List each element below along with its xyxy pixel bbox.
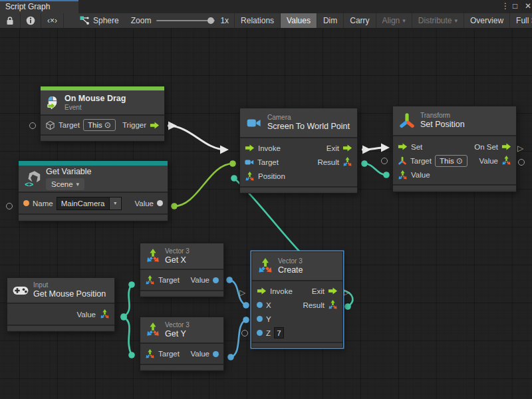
available-port-circle[interactable] (6, 203, 13, 209)
available-port-triangle[interactable]: ▷ (239, 289, 245, 297)
vector3-output-port[interactable] (100, 309, 110, 319)
wire-endpoint (361, 160, 368, 167)
float-input-port-y[interactable] (257, 316, 263, 322)
available-port-circle[interactable] (518, 159, 525, 166)
this-label: This (440, 157, 454, 165)
string-input-port[interactable] (23, 200, 29, 206)
info-icon (26, 16, 35, 25)
wire-arrowhead (220, 146, 229, 154)
gamepad-icon (13, 285, 29, 296)
transform-port-icon[interactable] (398, 156, 407, 166)
vector3-output-port[interactable] (342, 157, 352, 167)
vector3-input-port[interactable] (145, 275, 155, 285)
float-input-port-x[interactable] (257, 302, 263, 308)
wire-endpoint (128, 281, 135, 288)
variable-name-value: MainCamera (57, 197, 110, 210)
toolbar-button-fullscreen[interactable]: Full Screen (510, 13, 532, 28)
vector3-output-port[interactable] (328, 300, 338, 310)
float-output-port[interactable] (213, 351, 219, 357)
node-get-y[interactable]: Vector 3 Get Y Target Value (140, 317, 224, 371)
port-label-on-set: On Set (474, 143, 498, 151)
node-title: Screen To World Point (267, 122, 350, 132)
breadcrumb[interactable]: Sphere (64, 13, 126, 28)
available-port-triangle[interactable]: ▷ (344, 288, 350, 296)
zoom-slider[interactable] (156, 20, 215, 21)
node-vector3-create[interactable]: Vector 3 Create Invoke Exit X Result (251, 251, 343, 348)
wire-endpoint (227, 354, 234, 360)
available-port-circle[interactable] (29, 122, 36, 129)
camera-port-icon[interactable] (245, 158, 254, 167)
flow-output-port[interactable] (150, 120, 160, 130)
flow-output-port[interactable] (501, 142, 511, 152)
toolbar-button-overview[interactable]: Overview (464, 13, 510, 28)
node-get-mouse-position[interactable]: Input Get Mouse Position Value (7, 277, 115, 332)
vector3-input-port[interactable] (398, 170, 408, 180)
flow-output-port[interactable] (328, 286, 338, 296)
node-title: On Mouse Drag (65, 94, 126, 104)
window-close-icon[interactable]: ✕ (525, 1, 531, 11)
node-screen-to-world-point[interactable]: Camera Screen To World Point Invoke Exit… (239, 108, 358, 194)
node-subtitle: Event (65, 104, 126, 112)
zoom-slider-handle[interactable] (207, 17, 214, 24)
port-label-set: Set (411, 143, 422, 151)
vector3-input-port[interactable] (145, 349, 155, 359)
wire-Get Mouse Position.Value->Get Y.Target (124, 317, 132, 355)
port-label-name: Name (33, 200, 53, 207)
wire-On Mouse Drag.Trigger->Screen To World Point.Invoke (168, 126, 226, 150)
z-value-field[interactable]: 7 (274, 327, 284, 338)
scope-label: Scene (51, 180, 73, 188)
wire-Screen To World Point.Result->Set Position.Value (364, 164, 386, 175)
vector3-icon (257, 258, 273, 274)
graph-canvas[interactable]: On Mouse Drag Event Target This ⊙ (0, 29, 532, 399)
breadcrumb-label: Sphere (93, 16, 119, 25)
available-port-triangle[interactable]: ▷ (517, 144, 523, 152)
target-this-button[interactable]: This ⊙ (435, 155, 467, 167)
code-icon: ‹×› (47, 16, 57, 25)
variable-icon (24, 170, 41, 188)
port-label-value: Value (76, 311, 96, 319)
vector3-input-port[interactable] (245, 172, 255, 182)
target-this-button[interactable]: This ⊙ (83, 119, 116, 131)
toolbar-button-distribute[interactable]: Distribute ▾ (412, 13, 464, 28)
toolbar-button-carry[interactable]: Carry (344, 13, 376, 28)
distribute-label: Distribute (418, 16, 452, 25)
vector3-output-port[interactable] (501, 156, 511, 166)
variable-scope-dropdown[interactable]: Scene ▾ (46, 178, 84, 190)
flow-input-port[interactable] (245, 143, 255, 153)
code-view-button[interactable]: ‹×› (41, 13, 64, 28)
target-picker-icon: ⊙ (104, 120, 111, 130)
float-input-port-z[interactable] (257, 330, 263, 336)
node-on-mouse-drag[interactable]: On Mouse Drag Event Target This ⊙ (40, 86, 165, 142)
tab-strip: Script Graph ⋮ □ ✕ (0, 0, 532, 13)
flow-output-port[interactable] (342, 143, 352, 153)
toolbar-button-values[interactable]: Values (281, 13, 317, 28)
node-set-position[interactable]: Transform Set Position Set On Set Target… (392, 106, 517, 192)
lock-button[interactable] (0, 13, 21, 28)
toolbar-button-dim[interactable]: Dim (317, 13, 344, 28)
port-label-invoke: Invoke (258, 144, 281, 152)
available-port-circle[interactable] (241, 330, 248, 336)
wire-endpoint (231, 175, 237, 182)
variable-name-dropdown[interactable]: MainCamera ▾ (57, 197, 122, 210)
float-output-port[interactable] (213, 277, 219, 283)
window-maximize-icon[interactable]: □ (513, 1, 517, 11)
flow-input-port[interactable] (257, 286, 267, 296)
object-output-port[interactable] (157, 200, 163, 206)
info-button[interactable] (21, 13, 41, 28)
flow-input-port[interactable] (398, 142, 408, 152)
toolbar-button-relations[interactable]: Relations (235, 13, 281, 28)
zoom-control: Zoom 1x (126, 13, 235, 28)
tab-script-graph[interactable]: Script Graph (0, 0, 78, 13)
target-picker-icon: ⊙ (456, 156, 463, 166)
window-menu-icon[interactable]: ⋮ (501, 1, 509, 11)
wire-Get Variable.Value->Screen To World Point.Target (174, 164, 233, 206)
port-label-target: Target (158, 350, 180, 358)
wire-endpoint (383, 172, 390, 178)
node-get-variable[interactable]: Get Variable Scene ▾ Name MainCamera ▾ (18, 160, 168, 221)
available-port-circle[interactable] (381, 158, 388, 164)
toolbar-button-align[interactable]: Align ▾ (376, 13, 412, 28)
wire-endpoint (243, 317, 249, 323)
wire-endpoint (229, 160, 236, 167)
node-get-x[interactable]: Vector 3 Get X Target Value (140, 243, 224, 297)
port-label-result: Result (303, 301, 325, 309)
